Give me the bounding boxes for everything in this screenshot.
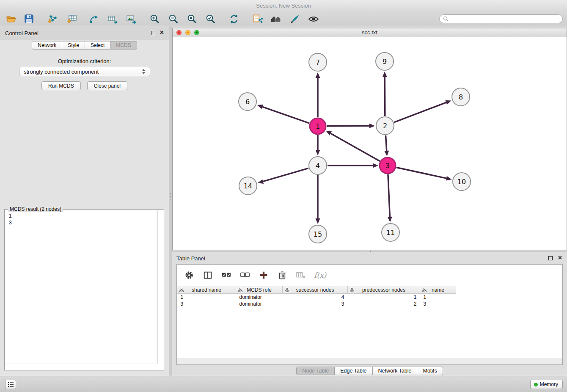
graph-node-label: 8 (459, 93, 463, 101)
float-panel-icon[interactable] (151, 31, 155, 35)
unselect-all-columns-button[interactable] (239, 270, 250, 281)
export-image-button[interactable] (124, 13, 138, 25)
graph-edge-1-6[interactable] (262, 107, 309, 123)
application-window: Session: New Session (0, 0, 567, 392)
edge-arrowhead-icon (384, 151, 389, 156)
table-cell[interactable]: 1 (420, 294, 456, 301)
close-panel-icon[interactable]: × (160, 29, 164, 36)
refresh-view-button[interactable] (227, 13, 241, 25)
close-mcds-panel-button[interactable]: Close panel (87, 81, 127, 90)
select-all-columns-button[interactable] (221, 270, 232, 281)
import-table-button[interactable] (65, 13, 79, 25)
apply-style-button[interactable] (287, 13, 302, 25)
import-network-button[interactable] (45, 13, 60, 25)
table-cell[interactable]: 1 (348, 294, 420, 301)
table-cell[interactable]: 2 (348, 301, 420, 307)
control-panel-title: Control Panel (5, 30, 39, 36)
table-cell[interactable]: 3 (177, 301, 236, 307)
first-neighbors-button[interactable] (269, 13, 284, 25)
save-session-button[interactable] (22, 13, 36, 25)
table-cell[interactable]: dominator (236, 301, 283, 307)
table-cell[interactable]: 4 (283, 294, 348, 301)
node-table-header-row: shared nameMCDS rolesuccessor nodesprede… (177, 286, 456, 294)
splitter-grip-icon (365, 251, 371, 252)
table-row[interactable]: 3dominator323 (177, 301, 456, 307)
graph-edge-2-3[interactable] (385, 135, 386, 151)
search-input[interactable] (449, 16, 559, 22)
edge-arrowhead-icon (373, 163, 378, 168)
table-cell[interactable]: 1 (177, 294, 236, 301)
show-graphics-details-button[interactable] (306, 13, 321, 25)
zoom-selected-icon (205, 14, 216, 25)
gear-icon (184, 271, 194, 280)
mcds-result-item[interactable]: 1 (9, 213, 160, 219)
sort-icon (238, 288, 242, 292)
export-table-button[interactable] (105, 13, 120, 25)
graph-edge-2-8[interactable] (394, 102, 446, 122)
create-column-button[interactable] (258, 270, 269, 281)
show-columns-button[interactable] (202, 270, 213, 281)
edge-arrowhead-icon (257, 105, 263, 109)
optimization-dropdown[interactable]: strongly connected component (19, 67, 150, 76)
edge-arrowhead-icon (383, 72, 387, 77)
graph-edge-3-11[interactable] (388, 174, 390, 217)
close-table-panel-icon[interactable]: × (558, 254, 562, 262)
function-builder-button[interactable]: f(x) (314, 271, 326, 279)
zoom-selected-button[interactable] (204, 13, 218, 25)
edge-arrowhead-icon (445, 100, 451, 105)
document-share-icon (252, 14, 263, 25)
graph-edge-2-9[interactable] (385, 77, 385, 116)
graph-node-label: 15 (314, 230, 322, 238)
dropdown-stepper-icon (142, 69, 146, 75)
table-row[interactable]: 1dominator411 (177, 294, 456, 301)
column-header-shared-name[interactable]: shared name (177, 286, 236, 294)
refresh-icon (228, 14, 239, 25)
run-mcds-button[interactable]: Run MCDS (41, 81, 81, 90)
column-header-name[interactable]: name (420, 286, 456, 294)
graph-edge-1-2[interactable] (327, 126, 369, 126)
delete-table-icon (296, 271, 306, 280)
result-horizontal-scrollbar[interactable] (5, 364, 157, 364)
graph-edge-3-1[interactable] (330, 133, 380, 161)
network-from-selection-button[interactable] (250, 13, 265, 25)
column-header-MCDS-role[interactable]: MCDS role (236, 286, 283, 294)
memory-status-icon (534, 383, 538, 386)
dropdown-value: strongly connected component (24, 69, 142, 75)
mcds-result-item[interactable]: 3 (9, 219, 160, 226)
tab-select[interactable]: Select (85, 41, 110, 50)
zoom-fit-button[interactable] (185, 13, 199, 25)
tab-mcds[interactable]: MCDS (110, 41, 137, 50)
memory-button[interactable]: Memory (530, 380, 563, 389)
network-graph[interactable]: 1234678910111415 (173, 37, 567, 250)
open-session-button[interactable] (4, 13, 18, 25)
tab-network[interactable]: Network (32, 41, 62, 50)
delete-column-button[interactable] (277, 270, 288, 281)
window-title: Session: New Session (256, 3, 311, 9)
graph-node-label: 11 (386, 229, 395, 237)
zoom-in-button[interactable] (148, 13, 162, 25)
table-cell[interactable]: 3 (420, 301, 456, 307)
new-network-button[interactable] (87, 13, 101, 25)
memory-label: Memory (540, 381, 558, 387)
tab-style[interactable]: Style (62, 41, 85, 50)
table-settings-button[interactable] (184, 270, 195, 281)
task-history-button[interactable] (5, 380, 16, 389)
tab-network-table[interactable]: Network Table (373, 367, 418, 375)
search-box[interactable] (439, 14, 563, 23)
table-horizontal-scrollbar[interactable] (177, 359, 562, 364)
column-header-predecessor-nodes[interactable]: predecessor nodes (348, 286, 420, 294)
table-cell[interactable]: dominator (236, 294, 283, 301)
vertical-splitter[interactable] (169, 26, 172, 376)
column-header-successor-nodes[interactable]: successor nodes (283, 286, 348, 294)
tab-node-table[interactable]: Node Table (296, 367, 335, 375)
tab-edge-table[interactable]: Edge Table (335, 367, 372, 375)
tab-motifs[interactable]: Motifs (417, 367, 443, 375)
table-cell[interactable]: 3 (283, 301, 348, 307)
result-vertical-scrollbar[interactable] (157, 210, 158, 364)
graph-edge-3-10[interactable] (396, 167, 446, 178)
graph-edge-4-14[interactable] (263, 168, 308, 181)
float-table-panel-icon[interactable] (548, 256, 553, 260)
search-icon (443, 16, 449, 22)
eye-icon (308, 14, 319, 25)
zoom-out-button[interactable] (166, 13, 181, 25)
